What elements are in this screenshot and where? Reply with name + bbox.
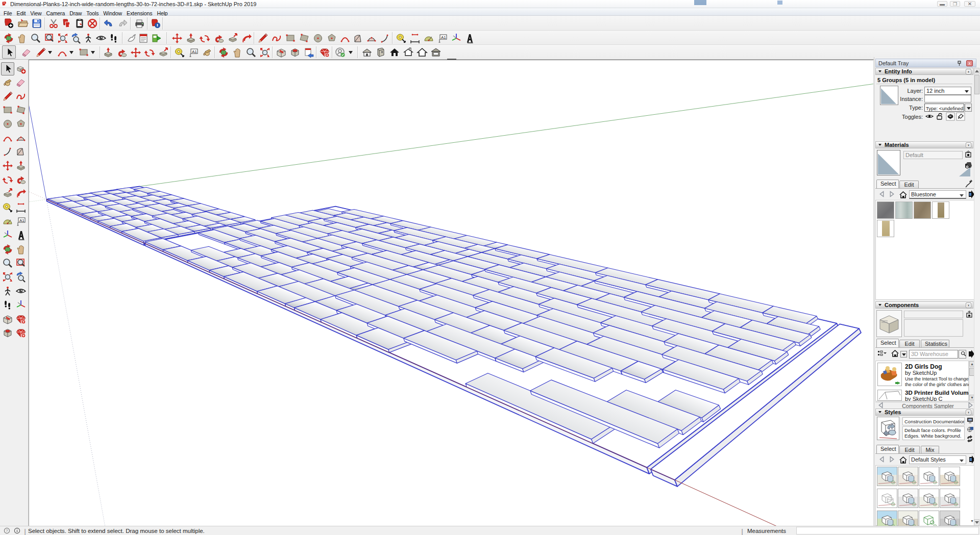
svg-text:A1: A1 xyxy=(19,218,24,223)
svg-text:A1: A1 xyxy=(192,49,197,54)
svg-text:?: ? xyxy=(6,528,8,533)
svg-text:A1: A1 xyxy=(441,35,446,40)
